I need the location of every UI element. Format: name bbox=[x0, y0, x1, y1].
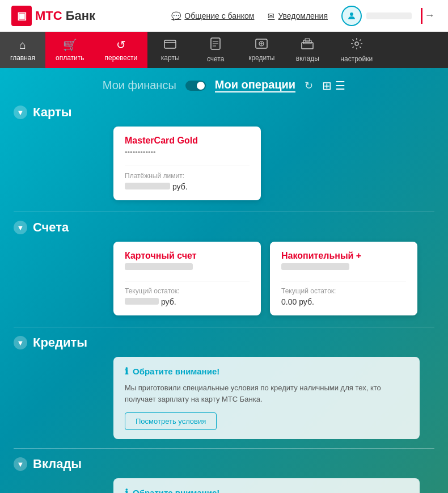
finance-bar: Мои финансы Мои операции ↻ ⊞ ☰ bbox=[0, 68, 448, 99]
accounts-section-label: ▼ Счета bbox=[0, 214, 448, 238]
accounts-section: ▼ Счета Карточный счет Текущий остаток: … bbox=[0, 214, 448, 325]
nav-item-cards[interactable]: карты bbox=[147, 32, 193, 68]
nav-item-transfer[interactable]: ↺ перевести bbox=[95, 32, 148, 68]
account-savings-title: Накопительный + bbox=[281, 251, 406, 261]
accounts-chevron[interactable]: ▼ bbox=[14, 221, 27, 234]
balance-placeholder-1 bbox=[125, 298, 159, 305]
card-title: MasterCard Gold bbox=[125, 136, 250, 146]
credits-chevron[interactable]: ▼ bbox=[14, 336, 27, 349]
svg-line-22 bbox=[352, 47, 353, 48]
header: ▣ МТС Банк 💬 Общение с банком ✉ Уведомле… bbox=[0, 0, 448, 32]
account-balance-value-1: руб. bbox=[125, 297, 250, 306]
list-view-icon[interactable]: ☰ bbox=[335, 79, 345, 92]
cards-list: MasterCard Gold •••••••••••• Платёжный л… bbox=[0, 123, 448, 209]
avatar[interactable] bbox=[341, 6, 362, 26]
deposits-icon bbox=[301, 38, 314, 52]
nav-item-credits[interactable]: кредиты bbox=[238, 32, 285, 68]
main-content: Мои финансы Мои операции ↻ ⊞ ☰ ▼ Карты M… bbox=[0, 68, 448, 493]
svg-line-19 bbox=[352, 39, 353, 40]
card-limit-value: руб. bbox=[125, 182, 250, 191]
nav-label-accounts: счета bbox=[207, 55, 224, 63]
view-icons: ⊞ ☰ bbox=[322, 79, 345, 92]
cards-icon bbox=[164, 39, 176, 52]
user-section: → bbox=[341, 6, 437, 26]
section-separator-accounts bbox=[14, 327, 434, 327]
toggle-switch[interactable] bbox=[185, 81, 206, 91]
accounts-label: Счета bbox=[33, 220, 69, 235]
transfer-icon: ↺ bbox=[116, 38, 126, 52]
header-nav: 💬 Общение с банком ✉ Уведомления → bbox=[171, 6, 437, 26]
nav-label-deposits: вклады bbox=[296, 54, 319, 62]
tab-finances[interactable]: Мои финансы bbox=[103, 79, 176, 92]
svg-line-21 bbox=[360, 39, 361, 40]
card-limit-label: Платёжный лимит: bbox=[125, 172, 250, 180]
account-item-savings[interactable]: Накопительный + Текущий остаток: 0.00 ру… bbox=[270, 242, 417, 315]
account-item-card[interactable]: Карточный счет Текущий остаток: руб. bbox=[113, 242, 261, 315]
nav-item-settings[interactable]: настройки bbox=[330, 32, 383, 68]
cards-chevron[interactable]: ▼ bbox=[14, 106, 27, 119]
home-icon: ⌂ bbox=[19, 39, 26, 52]
deposits-section-label: ▼ Вклады bbox=[0, 451, 448, 475]
credits-icon bbox=[255, 39, 268, 52]
cards-section-label: ▼ Карты bbox=[0, 99, 448, 123]
balance-currency-1: руб. bbox=[161, 297, 176, 306]
tab-operations[interactable]: Мои операции bbox=[215, 78, 295, 92]
card-number: •••••••••••• bbox=[125, 148, 250, 157]
notifications-link[interactable]: ✉ Уведомления bbox=[268, 11, 328, 20]
credits-section-label: ▼ Кредиты bbox=[0, 330, 448, 353]
logout-button[interactable]: → bbox=[421, 8, 437, 24]
nav-item-pay[interactable]: 🛒 оплатить bbox=[45, 32, 95, 68]
card-limit-placeholder bbox=[125, 183, 170, 189]
nav-label-transfer: перевести bbox=[105, 54, 138, 62]
svg-point-0 bbox=[350, 12, 353, 16]
nav-label-home: главная bbox=[10, 54, 35, 62]
account-card-title: Карточный счет bbox=[125, 251, 250, 261]
card-limit-currency: руб. bbox=[172, 182, 188, 191]
logo-text: МТС Банк bbox=[35, 9, 95, 23]
svg-rect-1 bbox=[164, 40, 176, 48]
credits-info-text: Мы приготовили специальные условия по кр… bbox=[125, 382, 408, 404]
chat-label: Общение с банком bbox=[184, 11, 254, 20]
account-number-placeholder bbox=[125, 263, 193, 270]
info-icon-deposits: ℹ bbox=[125, 487, 128, 493]
account-balance-label-2: Текущий остаток: bbox=[281, 287, 406, 295]
card-item-mastercard[interactable]: MasterCard Gold •••••••••••• Платёжный л… bbox=[113, 127, 261, 200]
deposits-info-title: ℹ Обратите внимание! bbox=[125, 487, 408, 493]
nav-label-cards: карты bbox=[161, 54, 180, 62]
accounts-list: Карточный счет Текущий остаток: руб. Нак… bbox=[0, 238, 448, 325]
credits-label: Кредиты bbox=[33, 335, 87, 350]
credits-section: ▼ Кредиты ℹ Обратите внимание! Мы пригот… bbox=[0, 330, 448, 439]
nav-label-settings: настройки bbox=[340, 55, 373, 63]
deposits-label: Вклады bbox=[33, 457, 82, 471]
user-name bbox=[366, 12, 412, 19]
section-separator-cards bbox=[14, 212, 434, 212]
deposits-info-title-text: Обратите внимание! bbox=[133, 488, 219, 493]
info-icon-credits: ℹ bbox=[125, 366, 128, 377]
svg-line-20 bbox=[360, 47, 361, 48]
logo-icon: ▣ bbox=[11, 6, 32, 26]
credits-info-button[interactable]: Посмотреть условия bbox=[125, 412, 217, 430]
chat-link[interactable]: 💬 Общение с банком bbox=[171, 11, 254, 20]
nav-label-pay: оплатить bbox=[56, 54, 84, 62]
grid-view-icon[interactable]: ⊞ bbox=[322, 79, 332, 92]
savings-number-placeholder bbox=[281, 263, 349, 270]
logo: ▣ МТС Банк bbox=[11, 6, 95, 26]
account-balance-value-2: 0.00 руб. bbox=[281, 297, 406, 306]
cards-section: ▼ Карты MasterCard Gold •••••••••••• Пла… bbox=[0, 99, 448, 209]
account-savings-number bbox=[281, 263, 406, 272]
nav-item-deposits[interactable]: вклады bbox=[285, 32, 330, 68]
pay-icon: 🛒 bbox=[63, 38, 77, 52]
deposits-chevron[interactable]: ▼ bbox=[14, 457, 27, 471]
refresh-icon[interactable]: ↻ bbox=[305, 79, 313, 92]
accounts-icon bbox=[210, 37, 221, 53]
deposits-section: ▼ Вклады ℹ Обратите внимание! Откройте в… bbox=[0, 451, 448, 493]
account-divider-2 bbox=[281, 281, 406, 281]
svg-point-14 bbox=[355, 42, 358, 45]
credits-info-title-text: Обратите внимание! bbox=[133, 366, 219, 376]
chat-icon: 💬 bbox=[171, 11, 181, 20]
nav-item-accounts[interactable]: счета bbox=[193, 32, 238, 68]
account-balance-label-1: Текущий остаток: bbox=[125, 287, 250, 295]
nav-item-home[interactable]: ⌂ главная bbox=[0, 32, 45, 68]
notifications-label: Уведомления bbox=[278, 11, 328, 20]
section-separator-credits bbox=[14, 448, 434, 449]
